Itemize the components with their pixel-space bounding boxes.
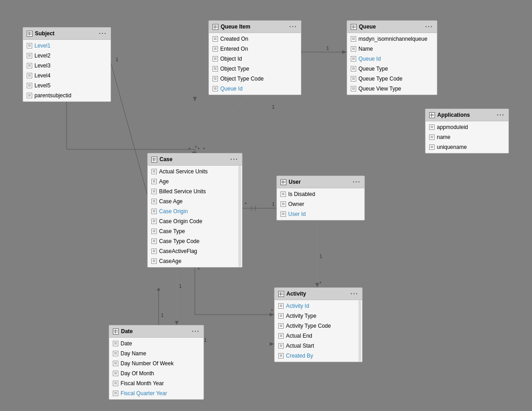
field-icon xyxy=(151,189,157,194)
svg-text:*: * xyxy=(195,145,197,150)
activity-table-icon xyxy=(278,291,284,297)
list-item: Queue Id xyxy=(209,84,301,94)
field-icon xyxy=(278,353,284,358)
field-icon xyxy=(27,53,32,58)
entity-subject-body: Level1 Level2 Level3 Level4 Level5 paren… xyxy=(23,40,111,101)
applications-table-icon xyxy=(429,112,435,118)
entity-queue-title: Queue xyxy=(359,24,376,30)
list-item: Actual Service Units xyxy=(148,167,242,177)
svg-text:*: * xyxy=(271,308,273,314)
field-icon xyxy=(151,239,157,244)
field-icon xyxy=(278,313,284,319)
svg-marker-38 xyxy=(270,342,274,346)
entity-applications: Applications ··· appmoduleid name unique… xyxy=(425,109,509,153)
field-icon xyxy=(151,229,157,234)
field-icon xyxy=(213,36,218,42)
field-icon xyxy=(351,66,356,72)
entity-applications-body: appmoduleid name uniquename xyxy=(426,121,508,153)
list-item: Level3 xyxy=(23,61,111,71)
entity-subject-header[interactable]: Subject ··· xyxy=(23,28,111,40)
entity-date: Date ··· Date Day Name Day Number Of Wee… xyxy=(109,325,204,400)
field-icon xyxy=(213,66,218,72)
list-item: Date xyxy=(109,339,203,349)
list-item: CaseActiveFlag xyxy=(148,246,242,256)
entity-queue-item-title: Queue Item xyxy=(221,24,250,30)
field-icon xyxy=(281,201,286,207)
queue-menu[interactable]: ··· xyxy=(425,23,433,30)
entity-user: User ··· Is Disabled Owner User Id xyxy=(276,176,365,220)
field-icon xyxy=(351,46,356,52)
subject-menu[interactable]: ··· xyxy=(99,30,107,37)
entity-queue-item-header[interactable]: Queue Item ··· xyxy=(209,21,301,33)
field-icon xyxy=(151,199,157,204)
svg-text:1: 1 xyxy=(179,283,182,289)
date-menu[interactable]: ··· xyxy=(192,328,200,335)
svg-marker-14 xyxy=(193,97,197,101)
list-item: Case Origin xyxy=(148,206,242,216)
list-item: Queue Type Code xyxy=(347,74,437,84)
svg-text:*: * xyxy=(245,201,247,207)
entity-activity-body: Activity Id Activity Type Activity Type … xyxy=(275,300,362,362)
field-icon xyxy=(278,333,284,339)
entity-activity-header[interactable]: Activity ··· xyxy=(275,288,362,300)
field-icon xyxy=(151,249,157,254)
svg-marker-4 xyxy=(342,50,347,54)
field-icon xyxy=(213,76,218,81)
date-table-icon xyxy=(113,329,119,335)
applications-menu[interactable]: ··· xyxy=(497,111,505,119)
field-icon xyxy=(151,179,157,184)
user-table-icon xyxy=(281,179,286,185)
field-icon xyxy=(27,93,32,98)
entity-applications-header[interactable]: Applications ··· xyxy=(426,109,508,121)
entity-date-header[interactable]: Date ··· xyxy=(109,325,203,338)
queue-item-menu[interactable]: ··· xyxy=(289,23,297,30)
list-item: msdyn_isomnichannelqueue xyxy=(347,34,437,44)
entity-applications-title: Applications xyxy=(437,112,470,118)
list-item: parentsubjectid xyxy=(23,91,111,100)
list-item: Created On xyxy=(209,34,301,44)
list-item: Case Age xyxy=(148,196,242,206)
field-icon xyxy=(278,343,284,349)
list-item: Object Type xyxy=(209,64,301,74)
field-icon xyxy=(27,73,32,78)
list-item: Level5 xyxy=(23,81,111,91)
entity-queue-item-body: Created On Entered On Object Id Object T… xyxy=(209,33,301,95)
svg-text:1: 1 xyxy=(161,312,164,318)
svg-marker-26 xyxy=(315,283,319,287)
entity-queue-body: msdyn_isomnichannelqueue Name Queue Id Q… xyxy=(347,33,437,95)
list-item: Day Name xyxy=(109,349,203,358)
svg-text:1: 1 xyxy=(272,201,275,207)
entity-date-body: Date Day Name Day Number Of Week Day Of … xyxy=(109,338,203,399)
field-icon xyxy=(351,56,356,62)
list-item: Case Type xyxy=(148,226,242,236)
list-item: Queue Type xyxy=(347,64,437,74)
entity-queue-item: Queue Item ··· Created On Entered On Obj… xyxy=(208,20,301,95)
list-item: User Id xyxy=(277,209,364,219)
activity-menu[interactable]: ··· xyxy=(350,290,358,297)
list-item: Activity Type xyxy=(275,311,362,321)
list-item: Level1 xyxy=(23,41,111,51)
field-icon xyxy=(27,63,32,68)
entity-subject-title: Subject xyxy=(35,30,54,37)
list-item: Activity Id xyxy=(275,301,362,311)
field-icon xyxy=(151,169,157,174)
entity-case-header[interactable]: Case ··· xyxy=(148,153,242,166)
field-icon xyxy=(113,381,118,386)
svg-text:*: * xyxy=(319,281,322,286)
entity-queue-header[interactable]: Queue ··· xyxy=(347,21,437,33)
user-menu[interactable]: ··· xyxy=(353,178,361,186)
list-item: Object Id xyxy=(209,54,301,64)
entity-user-header[interactable]: User ··· xyxy=(277,176,364,188)
field-icon xyxy=(351,36,356,42)
field-icon xyxy=(151,219,157,224)
field-icon xyxy=(151,258,157,264)
field-icon xyxy=(113,371,118,376)
field-icon xyxy=(429,134,435,140)
list-item: Age xyxy=(148,177,242,186)
list-item: Day Number Of Week xyxy=(109,358,203,368)
list-item: Object Type Code xyxy=(209,74,301,84)
list-item: Created By xyxy=(275,351,362,361)
list-item: Fiscal Month Year xyxy=(109,378,203,388)
case-menu[interactable]: ··· xyxy=(230,156,238,163)
queue-item-table-icon xyxy=(213,24,218,30)
